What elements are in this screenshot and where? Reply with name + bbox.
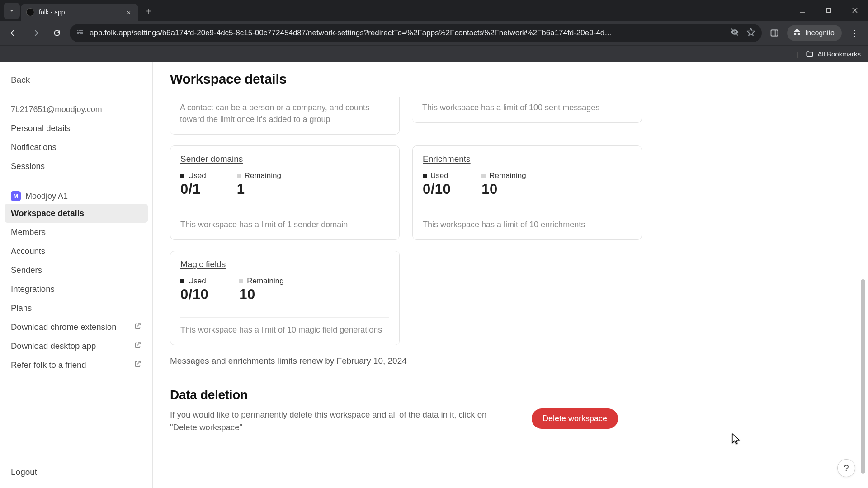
remaining-label: Remaining [239, 277, 283, 286]
used-label: Used [423, 171, 451, 180]
sender-domains-used: 0/1 [180, 181, 206, 197]
sender-domains-remaining: 1 [237, 181, 281, 197]
browser-menu-button[interactable]: ⋮ [845, 24, 863, 42]
enrichments-remaining: 10 [481, 181, 526, 197]
remaining-label: Remaining [237, 171, 281, 180]
card-contacts-partial: A contact can be a person or a company, … [170, 97, 400, 135]
workspace-name: Moodjoy A1 [25, 192, 68, 201]
tab-title: folk - app [39, 9, 120, 16]
eye-off-icon[interactable] [730, 28, 739, 39]
help-button[interactable]: ? [837, 459, 855, 477]
side-panel-icon[interactable] [765, 24, 783, 42]
browser-titlebar: folk - app × + [0, 0, 868, 21]
data-deletion-title: Data deletion [170, 388, 851, 402]
sidebar-integrations[interactable]: Integrations [5, 280, 148, 299]
used-label: Used [180, 277, 208, 286]
sidebar-senders[interactable]: Senders [5, 261, 148, 280]
sidebar-plans[interactable]: Plans [5, 299, 148, 318]
tab-search-button[interactable] [4, 3, 20, 19]
sidebar-refer[interactable]: Refer folk to a friend [5, 356, 148, 375]
sidebar-personal-details[interactable]: Personal details [5, 119, 148, 138]
nav-forward-button[interactable] [26, 24, 44, 42]
incognito-chip[interactable]: Incognito [787, 25, 842, 41]
browser-tab[interactable]: folk - app × [21, 4, 138, 21]
sidebar-accounts[interactable]: Accounts [5, 242, 148, 261]
data-deletion-text: If you would like to permanently delete … [170, 408, 514, 434]
card-messages-desc: This workspace has a limit of 100 sent m… [412, 97, 642, 122]
card-sender-domains: Sender domains Used 0/1 Remaining 1 [170, 145, 400, 240]
tab-favicon [26, 8, 34, 16]
external-link-icon [134, 360, 142, 370]
main-panel: Workspace details A contact can be a per… [153, 62, 868, 488]
app-viewport: Back 7b217651@moodjoy.com Personal detai… [0, 62, 868, 488]
svg-rect-1 [827, 9, 831, 13]
all-bookmarks-link[interactable]: All Bookmarks [817, 50, 861, 58]
chevron-down-icon [9, 8, 15, 14]
address-bar[interactable]: app.folk.app/settings/b6a174fd-20e9-4dc5… [70, 24, 762, 42]
sidebar-chrome-extension[interactable]: Download chrome extension [5, 318, 148, 337]
used-label: Used [180, 171, 206, 180]
bookmark-star-icon[interactable] [746, 28, 755, 39]
page-title: Workspace details [153, 62, 868, 97]
external-link-icon [134, 322, 142, 332]
card-sender-domains-title[interactable]: Sender domains [180, 154, 243, 164]
window-minimize-button[interactable] [789, 0, 816, 21]
incognito-label: Incognito [805, 29, 835, 37]
tab-close-icon[interactable]: × [125, 8, 133, 16]
window-maximize-button[interactable] [816, 0, 842, 21]
nav-back-button[interactable] [5, 24, 23, 42]
sidebar-notifications[interactable]: Notifications [5, 138, 148, 157]
card-magic-fields-title[interactable]: Magic fields [180, 259, 226, 269]
window-close-button[interactable] [842, 0, 868, 21]
sidebar-back[interactable]: Back [5, 70, 148, 89]
card-messages-partial: This workspace has a limit of 100 sent m… [412, 97, 642, 123]
enrichments-used: 0/10 [423, 181, 451, 197]
sidebar-members[interactable]: Members [5, 223, 148, 242]
sidebar-logout[interactable]: Logout [5, 463, 148, 482]
external-link-icon [134, 341, 142, 351]
svg-rect-5 [771, 30, 778, 36]
magic-fields-used: 0/10 [180, 286, 208, 303]
sidebar-workspace-header[interactable]: M Moodjoy A1 [5, 188, 148, 204]
scrollbar[interactable] [859, 62, 867, 488]
new-tab-button[interactable]: + [142, 5, 156, 18]
sender-domains-desc: This workspace has a limit of 1 sender d… [170, 212, 399, 239]
sidebar-desktop-app[interactable]: Download desktop app [5, 337, 148, 356]
sidebar-sessions[interactable]: Sessions [5, 157, 148, 176]
settings-sidebar: Back 7b217651@moodjoy.com Personal detai… [0, 62, 153, 488]
workspace-badge: M [11, 191, 21, 201]
delete-workspace-button[interactable]: Delete workspace [532, 408, 618, 429]
magic-fields-remaining: 10 [239, 286, 283, 303]
sidebar-workspace-details[interactable]: Workspace details [5, 204, 148, 223]
address-bar-url: app.folk.app/settings/b6a174fd-20e9-4dc5… [90, 28, 725, 38]
incognito-icon [793, 28, 802, 38]
scrollbar-thumb[interactable] [861, 279, 865, 474]
remaining-label: Remaining [481, 171, 526, 180]
bookmarks-bar: | All Bookmarks [0, 45, 868, 62]
folder-icon [806, 50, 814, 58]
magic-fields-desc: This workspace has a limit of 10 magic f… [170, 318, 399, 345]
site-settings-icon[interactable] [76, 28, 84, 38]
window-controls [789, 0, 868, 21]
card-magic-fields: Magic fields Used 0/10 Remaining 10 [170, 251, 400, 345]
browser-toolbar: app.folk.app/settings/b6a174fd-20e9-4dc5… [0, 21, 868, 45]
sidebar-email: 7b217651@moodjoy.com [5, 105, 148, 119]
card-contacts-desc: A contact can be a person or a company, … [170, 97, 399, 134]
nav-reload-button[interactable] [48, 24, 66, 42]
card-enrichments-title[interactable]: Enrichments [423, 154, 471, 164]
card-enrichments: Enrichments Used 0/10 Remaining 10 [412, 145, 642, 240]
limits-renew-note: Messages and enrichments limits renew by… [170, 356, 851, 366]
enrichments-desc: This workspace has a limit of 10 enrichm… [413, 212, 642, 239]
